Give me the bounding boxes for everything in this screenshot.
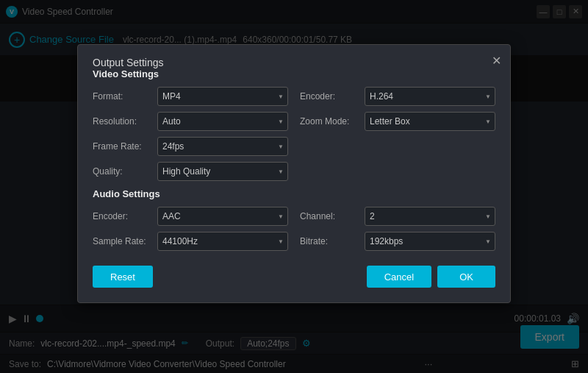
video-section-heading: Video Settings bbox=[93, 68, 495, 79]
quality-select-wrapper: High Quality bbox=[157, 162, 288, 181]
frame-rate-select-wrapper: 24fps bbox=[157, 137, 288, 156]
audio-encoder-field-row: Encoder: AAC bbox=[93, 207, 288, 226]
audio-encoder-select[interactable]: AAC bbox=[157, 207, 288, 226]
dialog-footer: Reset Cancel OK bbox=[93, 266, 495, 288]
format-select[interactable]: MP4 bbox=[157, 87, 288, 106]
encoder-select-wrapper: H.264 bbox=[365, 87, 495, 106]
output-settings-dialog: Output Settings ✕ Video Settings Format:… bbox=[77, 44, 511, 303]
audio-settings-grid: Encoder: AAC Channel: 2 bbox=[93, 207, 495, 251]
resolution-select[interactable]: Auto bbox=[157, 112, 288, 131]
bitrate-label: Bitrate: bbox=[300, 236, 359, 246]
cancel-button[interactable]: Cancel bbox=[367, 266, 431, 288]
ok-button[interactable]: OK bbox=[437, 266, 495, 288]
sample-rate-field-row: Sample Rate: 44100Hz bbox=[93, 232, 288, 251]
encoder-label: Encoder: bbox=[300, 91, 359, 102]
audio-encoder-label: Encoder: bbox=[93, 211, 151, 221]
sample-rate-select-wrapper: 44100Hz bbox=[157, 232, 288, 251]
format-select-wrapper: MP4 bbox=[157, 87, 288, 106]
bitrate-select[interactable]: 192kbps bbox=[365, 232, 495, 251]
quality-field-row: Quality: High Quality bbox=[93, 162, 288, 181]
frame-rate-label: Frame Rate: bbox=[93, 141, 151, 152]
format-field-row: Format: MP4 bbox=[93, 87, 288, 106]
sample-rate-label: Sample Rate: bbox=[93, 236, 151, 246]
zoom-mode-select-wrapper: Letter Box bbox=[365, 112, 495, 131]
zoom-mode-field-row: Zoom Mode: Letter Box bbox=[300, 112, 495, 131]
dialog-title: Output Settings bbox=[93, 57, 164, 68]
channel-label: Channel: bbox=[300, 211, 359, 221]
quality-select[interactable]: High Quality bbox=[157, 162, 288, 181]
audio-encoder-select-wrapper: AAC bbox=[157, 207, 288, 226]
resolution-field-row: Resolution: Auto bbox=[93, 112, 288, 131]
video-settings-grid: Format: MP4 Encoder: H.264 Resolutio bbox=[93, 87, 495, 181]
frame-rate-select[interactable]: 24fps bbox=[157, 137, 288, 156]
bitrate-field-row: Bitrate: 192kbps bbox=[300, 232, 495, 251]
empty-cell bbox=[300, 137, 495, 156]
channel-select[interactable]: 2 bbox=[365, 207, 495, 226]
dialog-close-button[interactable]: ✕ bbox=[492, 54, 501, 68]
encoder-select[interactable]: H.264 bbox=[365, 87, 495, 106]
quality-label: Quality: bbox=[93, 166, 151, 177]
footer-right-buttons: Cancel OK bbox=[367, 266, 495, 288]
resolution-label: Resolution: bbox=[93, 116, 151, 127]
sample-rate-select[interactable]: 44100Hz bbox=[157, 232, 288, 251]
audio-section: Audio Settings Encoder: AAC Channel: bbox=[93, 188, 495, 251]
audio-section-heading: Audio Settings bbox=[93, 188, 495, 199]
reset-button[interactable]: Reset bbox=[93, 266, 153, 288]
channel-field-row: Channel: 2 bbox=[300, 207, 495, 226]
resolution-select-wrapper: Auto bbox=[157, 112, 288, 131]
encoder-field-row: Encoder: H.264 bbox=[300, 87, 495, 106]
format-label: Format: bbox=[93, 91, 151, 102]
zoom-mode-label: Zoom Mode: bbox=[300, 116, 359, 127]
zoom-mode-select[interactable]: Letter Box bbox=[365, 112, 495, 131]
channel-select-wrapper: 2 bbox=[365, 207, 495, 226]
frame-rate-field-row: Frame Rate: 24fps bbox=[93, 137, 288, 156]
modal-overlay: Output Settings ✕ Video Settings Format:… bbox=[0, 0, 588, 373]
bitrate-select-wrapper: 192kbps bbox=[365, 232, 495, 251]
